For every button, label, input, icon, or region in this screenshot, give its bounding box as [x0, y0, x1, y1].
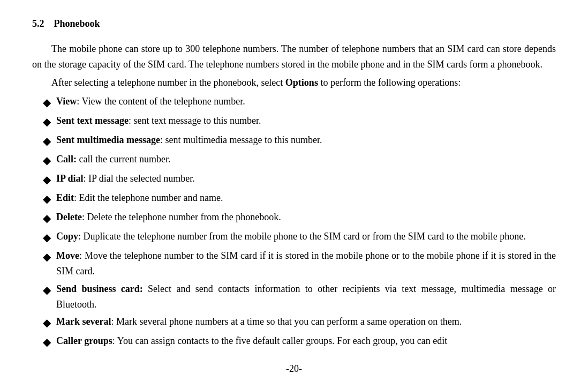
list-item: ◆ Delete: Delete the telephone number fr…	[32, 210, 556, 227]
bullet-icon: ◆	[43, 333, 51, 350]
item-term: IP dial	[56, 173, 84, 184]
item-term: Caller groups	[56, 335, 112, 346]
list-item: ◆ Sent multimedia message: sent multimed…	[32, 132, 556, 149]
list-item: ◆ Call: call the current number.	[32, 152, 556, 169]
item-text: Send business card: Select and send cont…	[56, 281, 556, 312]
bullet-icon: ◆	[43, 113, 51, 130]
item-text: View: View the content of the telephone …	[56, 94, 556, 109]
bullet-icon: ◆	[43, 229, 51, 246]
section-number: 5.2	[32, 16, 44, 32]
item-term: Send business card:	[56, 283, 143, 294]
paragraph-2-after: to perform the following operations:	[318, 77, 461, 88]
item-term: Sent text message	[56, 115, 129, 126]
list-item: ◆ Move: Move the telephone number to the…	[32, 248, 556, 279]
paragraph-2-before: After selecting a telephone number in th…	[51, 77, 285, 88]
list-item: ◆ IP dial: IP dial the selected number.	[32, 171, 556, 188]
paragraph-1: The mobile phone can store up to 300 tel…	[32, 41, 556, 72]
bullet-icon: ◆	[43, 152, 51, 169]
paragraph-2: After selecting a telephone number in th…	[32, 75, 556, 91]
item-term: Edit	[56, 192, 74, 203]
item-term: View	[56, 96, 77, 107]
list-item: ◆ Caller groups: You can assign contacts…	[32, 333, 556, 350]
list-item: ◆ Mark several: Mark several phone numbe…	[32, 314, 556, 331]
item-text: Sent multimedia message: sent multimedia…	[56, 132, 556, 148]
options-keyword: Options	[285, 77, 318, 88]
bullet-icon: ◆	[43, 94, 51, 111]
item-term: Copy	[56, 231, 78, 242]
item-term: Move	[56, 250, 79, 261]
list-item: ◆ Copy: Duplicate the telephone number f…	[32, 229, 556, 246]
bullet-icon: ◆	[43, 281, 51, 298]
list-item: ◆ Send business card: Select and send co…	[32, 281, 556, 312]
item-term: Call:	[56, 154, 77, 164]
bullet-icon: ◆	[43, 314, 51, 331]
bullet-icon: ◆	[43, 171, 51, 188]
page-number: -20-	[32, 361, 556, 377]
item-text: Mark several: Mark several phone numbers…	[56, 314, 556, 330]
features-list: ◆ View: View the content of the telephon…	[32, 94, 556, 350]
list-item: ◆ Sent text message: sent text message t…	[32, 113, 556, 130]
bullet-icon: ◆	[43, 248, 51, 265]
item-text: Move: Move the telephone number to the S…	[56, 248, 556, 279]
bullet-icon: ◆	[43, 190, 51, 207]
item-term: Delete	[56, 212, 82, 222]
item-text: Delete: Delete the telephone number from…	[56, 210, 556, 225]
item-text: IP dial: IP dial the selected number.	[56, 171, 556, 186]
item-term: Mark several	[56, 316, 111, 327]
paragraph-1-text: The mobile phone can store up to 300 tel…	[32, 43, 556, 70]
section-title: Phonebook	[54, 16, 100, 32]
section-header: 5.2 Phonebook	[32, 16, 556, 37]
bullet-icon: ◆	[43, 132, 51, 149]
item-term: Sent multimedia message	[56, 134, 160, 145]
item-text: Call: call the current number.	[56, 152, 556, 167]
list-item: ◆ Edit: Edit the telephone number and na…	[32, 190, 556, 207]
item-text: Edit: Edit the telephone number and name…	[56, 190, 556, 206]
item-text: Caller groups: You can assign contacts t…	[56, 333, 556, 349]
item-text: Copy: Duplicate the telephone number fro…	[56, 229, 556, 244]
item-text: Sent text message: sent text message to …	[56, 113, 556, 129]
list-item: ◆ View: View the content of the telephon…	[32, 94, 556, 111]
bullet-icon: ◆	[43, 210, 51, 227]
